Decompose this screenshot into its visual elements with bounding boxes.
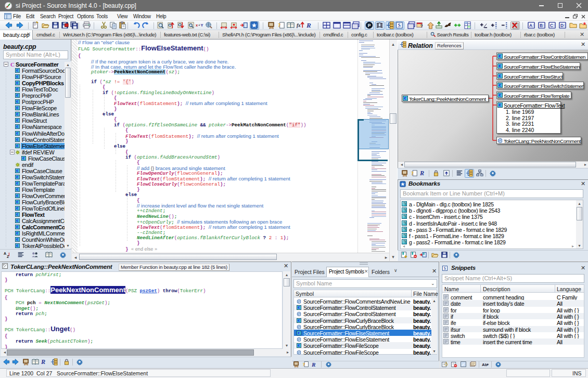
svg-text:R: R <box>312 361 316 368</box>
svg-text:A: A <box>529 23 532 28</box>
svg-text:?: ? <box>278 22 280 28</box>
svg-text:Ab: Ab <box>482 362 488 367</box>
svg-text:?: ? <box>303 362 305 367</box>
svg-text:?: ? <box>411 171 414 176</box>
svg-text:fx: fx <box>297 23 301 28</box>
svg-text:D: D <box>560 23 564 28</box>
svg-text:S: S <box>398 23 401 28</box>
svg-text:✓: ✓ <box>462 362 465 367</box>
svg-text:R: R <box>306 21 311 29</box>
svg-text:S: S <box>444 266 446 271</box>
svg-text:?: ? <box>420 23 423 29</box>
svg-text:Y: Y <box>200 23 203 28</box>
svg-text:R: R <box>41 358 45 366</box>
svg-text:R: R <box>420 170 424 177</box>
svg-text:A: A <box>4 252 6 255</box>
svg-text:B: B <box>540 23 543 28</box>
svg-text:C: C <box>550 23 553 28</box>
svg-text:P: P <box>368 23 371 28</box>
